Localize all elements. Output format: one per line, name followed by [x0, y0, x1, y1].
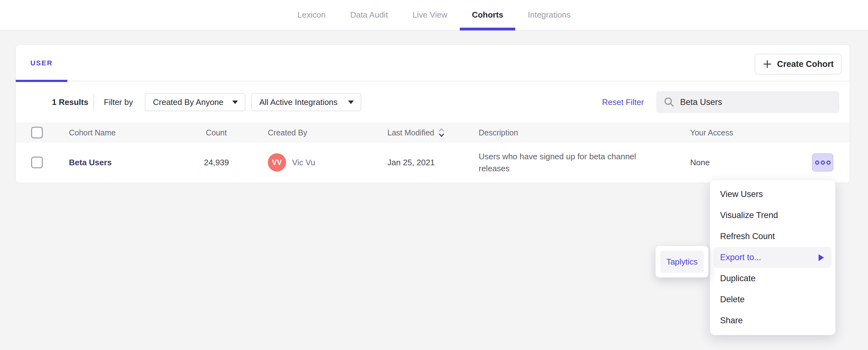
search-input[interactable]: [680, 97, 832, 107]
table-header: Cohort Name Count Created By Last Modifi…: [16, 123, 850, 142]
col-header-description: Description: [479, 128, 518, 137]
cohort-name-link[interactable]: Beta Users: [69, 158, 112, 168]
cohort-description: Users who have signed up for beta channe…: [479, 150, 658, 174]
panel-tabbar: USER Create Cohort: [16, 45, 850, 81]
cohort-count: 24,939: [204, 158, 229, 168]
menu-item-visualize-trend[interactable]: Visualize Trend: [710, 205, 835, 226]
col-header-created-by: Created By: [268, 128, 307, 137]
menu-item-view-users[interactable]: View Users: [710, 184, 835, 205]
menu-item-refresh-count[interactable]: Refresh Count: [710, 226, 835, 247]
menu-item-share[interactable]: Share: [710, 310, 835, 331]
table-row: Beta Users 24,939 VV Vic Vu Jan 25, 2021…: [16, 142, 850, 182]
top-navigation: Lexicon Data Audit Live View Cohorts Int…: [0, 0, 868, 31]
select-all-checkbox[interactable]: [31, 127, 43, 139]
menu-item-export-to[interactable]: Export to...: [714, 247, 832, 268]
last-modified-label: Last Modified: [388, 128, 434, 137]
row-actions-button[interactable]: [812, 153, 833, 172]
search-box[interactable]: [656, 91, 839, 113]
plus-icon: [763, 59, 772, 69]
menu-item-duplicate[interactable]: Duplicate: [710, 268, 835, 289]
tab-user[interactable]: USER: [16, 45, 67, 81]
created-by-dropdown[interactable]: Created By Anyone: [145, 93, 246, 111]
integrations-dropdown-value: All Active Integrations: [259, 97, 338, 107]
sort-icon: [438, 127, 445, 138]
row-context-menu: View Users Visualize Trend Refresh Count…: [710, 180, 836, 335]
col-header-your-access: Your Access: [690, 128, 733, 137]
create-cohort-label: Create Cohort: [777, 59, 834, 69]
dot-icon: [821, 161, 825, 165]
creator-avatar: VV: [268, 153, 286, 172]
col-header-cohort-name: Cohort Name: [69, 128, 116, 137]
filter-by-label: Filter by: [104, 97, 133, 107]
dot-icon: [827, 161, 831, 165]
your-access-value: None: [690, 158, 710, 168]
nav-tab-cohorts[interactable]: Cohorts: [460, 0, 515, 30]
dot-icon: [815, 161, 819, 165]
row-checkbox[interactable]: [31, 157, 43, 168]
integrations-dropdown[interactable]: All Active Integrations: [251, 93, 361, 111]
create-cohort-button[interactable]: Create Cohort: [755, 54, 842, 74]
last-modified-date: Jan 25, 2021: [388, 158, 435, 168]
export-to-label: Export to...: [720, 253, 761, 262]
nav-tab-lexicon[interactable]: Lexicon: [285, 0, 338, 30]
chevron-down-icon: [348, 101, 354, 104]
export-submenu: Taplytics: [656, 246, 708, 277]
menu-item-delete[interactable]: Delete: [710, 289, 835, 310]
col-header-last-modified[interactable]: Last Modified: [388, 127, 445, 138]
col-header-count: Count: [206, 128, 227, 137]
creator-name: Vic Vu: [292, 158, 315, 168]
reset-filter-link[interactable]: Reset Filter: [602, 97, 644, 107]
filter-bar: 1 Results Filter by Created By Anyone Al…: [16, 81, 850, 123]
filter-divider: [93, 94, 94, 110]
nav-tab-data-audit[interactable]: Data Audit: [338, 0, 400, 30]
submenu-item-taplytics[interactable]: Taplytics: [660, 251, 704, 273]
chevron-down-icon: [232, 101, 238, 104]
submenu-arrow-icon: [818, 254, 824, 261]
cohorts-panel: USER Create Cohort 1 Results Filter by C…: [16, 45, 850, 182]
nav-tab-integrations[interactable]: Integrations: [516, 0, 583, 30]
nav-tab-live-view[interactable]: Live View: [401, 0, 460, 30]
created-by-dropdown-value: Created By Anyone: [153, 97, 223, 107]
results-count: 1 Results: [52, 97, 88, 107]
search-icon: [664, 97, 675, 107]
